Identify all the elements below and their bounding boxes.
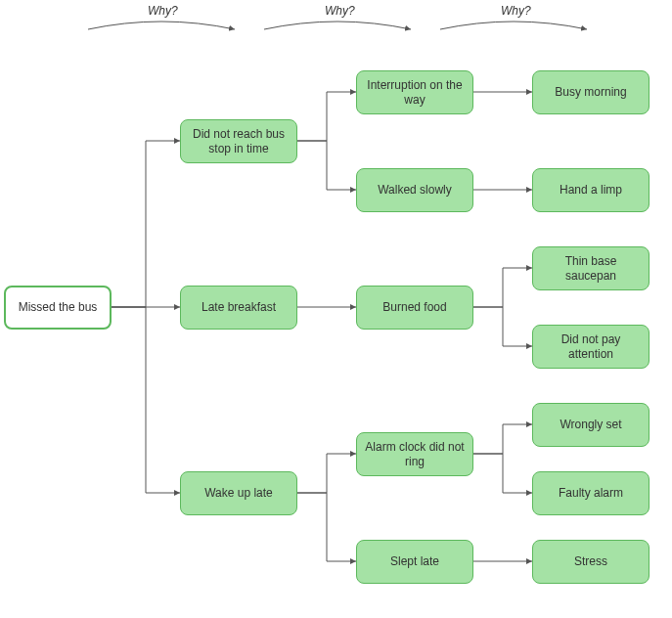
level3-node-0[interactable]: Busy morning	[532, 70, 650, 114]
level3-label-0: Busy morning	[555, 85, 626, 99]
root-label: Missed the bus	[19, 300, 98, 314]
level3-node-5[interactable]: Faulty alarm	[532, 471, 650, 515]
level3-label-3: Did not pay attention	[541, 332, 641, 361]
level2-label-0: Interruption on the way	[365, 78, 465, 107]
level1-node-2[interactable]: Wake up late	[180, 471, 297, 515]
level2-label-4: Slept late	[390, 554, 439, 568]
level1-label-0: Did not reach bus stop in time	[189, 127, 289, 155]
level3-node-1[interactable]: Hand a limp	[532, 168, 650, 212]
level3-label-2: Thin base saucepan	[541, 254, 641, 283]
level2-node-1[interactable]: Walked slowly	[356, 168, 473, 212]
level3-node-6[interactable]: Stress	[532, 540, 650, 584]
level2-node-2[interactable]: Burned food	[356, 286, 473, 330]
root-node[interactable]: Missed the bus	[4, 286, 112, 330]
level1-label-1: Late breakfast	[202, 300, 276, 314]
level3-node-4[interactable]: Wrongly set	[532, 403, 650, 447]
level2-node-0[interactable]: Interruption on the way	[356, 70, 473, 114]
level2-label-1: Walked slowly	[378, 183, 452, 197]
level3-node-2[interactable]: Thin base saucepan	[532, 246, 650, 290]
level3-label-1: Hand a limp	[560, 183, 622, 197]
why-label-1: Why?	[148, 4, 178, 18]
level3-label-4: Wrongly set	[560, 418, 621, 431]
why-label-3: Why?	[501, 4, 531, 18]
level2-node-4[interactable]: Slept late	[356, 540, 473, 584]
why-label-2: Why?	[325, 4, 355, 18]
level2-label-3: Alarm clock did not ring	[365, 440, 465, 468]
level3-label-5: Faulty alarm	[559, 486, 623, 500]
level1-node-0[interactable]: Did not reach bus stop in time	[180, 119, 297, 163]
level2-node-3[interactable]: Alarm clock did not ring	[356, 432, 473, 476]
level3-node-3[interactable]: Did not pay attention	[532, 325, 650, 369]
level3-label-6: Stress	[574, 554, 607, 568]
level2-label-2: Burned food	[382, 300, 446, 314]
level1-label-2: Wake up late	[204, 486, 273, 500]
level1-node-1[interactable]: Late breakfast	[180, 286, 297, 330]
